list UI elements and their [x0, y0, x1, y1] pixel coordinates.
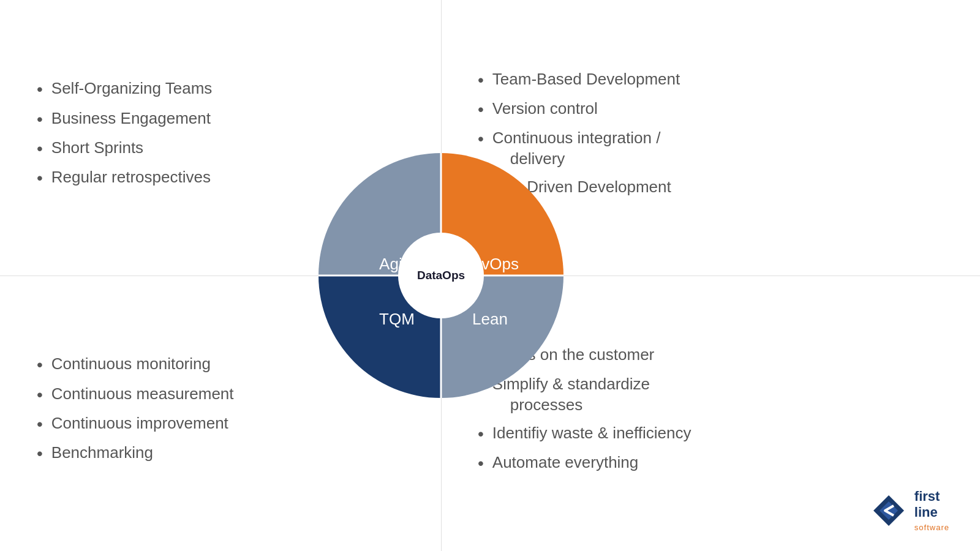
list-item: Automate everything: [478, 452, 943, 474]
dataops-center-label: DataOps: [417, 269, 465, 282]
list-item: Self-Organizing Teams: [37, 78, 404, 100]
list-item: Version control: [478, 99, 943, 121]
logo-first: first: [914, 489, 940, 504]
list-item: Business Engagement: [37, 108, 404, 130]
devops-label: DevOps: [461, 255, 519, 273]
agile-label: Agile: [379, 255, 415, 273]
logo-icon: [870, 492, 907, 529]
dataops-diagram: Agile DevOps TQM Lean DataOps: [306, 141, 576, 410]
list-item: Team-Based Development: [478, 69, 943, 91]
tqm-label: TQM: [379, 310, 415, 328]
lean-label: Lean: [472, 310, 508, 328]
logo-text: first line software: [914, 489, 949, 533]
logo-software: software: [914, 523, 949, 532]
logo-line: line: [914, 504, 938, 520]
list-item: Identifiy waste & inefficiency: [478, 423, 943, 445]
company-logo: first line software: [870, 489, 949, 533]
list-item: Benchmarking: [37, 443, 404, 465]
list-item: Continuous improvement: [37, 413, 404, 435]
